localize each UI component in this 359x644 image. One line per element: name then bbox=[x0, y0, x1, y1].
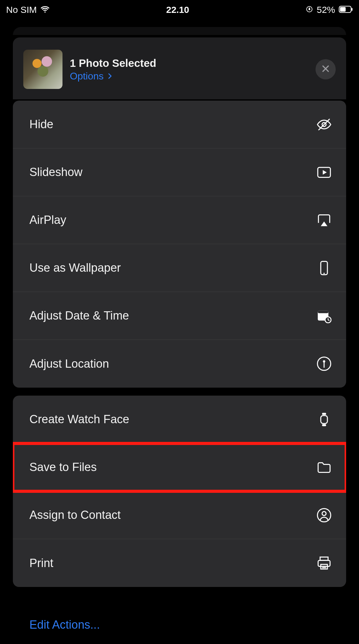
battery-pct: 52% bbox=[317, 5, 335, 15]
svg-rect-24 bbox=[322, 424, 326, 426]
svg-point-26 bbox=[322, 512, 326, 516]
row-label: Assign to Contact bbox=[29, 508, 121, 522]
status-bar: No SIM 22.10 52% bbox=[0, 0, 359, 20]
row-label: Use as Wallpaper bbox=[29, 261, 121, 274]
contact-circle-icon bbox=[316, 507, 333, 524]
row-label: AirPlay bbox=[29, 213, 66, 227]
watch-icon bbox=[316, 411, 333, 428]
row-label: Print bbox=[29, 557, 53, 570]
selection-title: 1 Photo Selected bbox=[70, 57, 308, 69]
action-adjust-date-time[interactable]: Adjust Date & Time bbox=[13, 292, 346, 340]
svg-point-20 bbox=[323, 360, 325, 363]
photo-thumbnail[interactable] bbox=[23, 50, 62, 89]
close-icon bbox=[321, 64, 330, 75]
sim-status: No SIM bbox=[6, 5, 37, 15]
action-assign-to-contact[interactable]: Assign to Contact bbox=[13, 491, 346, 539]
close-button[interactable] bbox=[316, 59, 336, 79]
action-slideshow[interactable]: Slideshow bbox=[13, 148, 346, 196]
options-label: Options bbox=[70, 71, 104, 82]
play-rect-icon bbox=[316, 164, 333, 181]
action-adjust-location[interactable]: Adjust Location bbox=[13, 340, 346, 388]
svg-rect-23 bbox=[322, 413, 326, 415]
edit-actions-link[interactable]: Edit Actions... bbox=[13, 607, 116, 642]
airplay-icon bbox=[316, 212, 333, 229]
svg-rect-22 bbox=[321, 416, 327, 424]
chevron-right-icon bbox=[107, 71, 113, 82]
folder-icon bbox=[316, 459, 333, 476]
action-group-1: Hide Slideshow AirPlay Use as Wallpaper … bbox=[13, 101, 346, 388]
header-text: 1 Photo Selected Options bbox=[70, 57, 308, 82]
sheet-header: 1 Photo Selected Options bbox=[13, 37, 346, 99]
svg-rect-2 bbox=[340, 7, 346, 12]
action-print[interactable]: Print bbox=[13, 539, 346, 587]
sheet-card: 1 Photo Selected Options bbox=[13, 37, 346, 99]
battery-icon bbox=[339, 5, 353, 15]
svg-marker-10 bbox=[321, 221, 327, 226]
action-group-2: Create Watch Face Save to Files Assign t… bbox=[13, 396, 346, 587]
row-label: Hide bbox=[29, 118, 53, 131]
status-time: 22.10 bbox=[166, 5, 189, 15]
calendar-clock-icon bbox=[316, 307, 333, 324]
row-label: Save to Files bbox=[29, 461, 97, 474]
action-create-watch-face[interactable]: Create Watch Face bbox=[13, 396, 346, 443]
phone-icon bbox=[316, 259, 333, 277]
sheet-background-peek bbox=[13, 27, 346, 35]
action-airplay[interactable]: AirPlay bbox=[13, 196, 346, 244]
svg-marker-9 bbox=[323, 170, 327, 174]
svg-rect-28 bbox=[318, 560, 330, 566]
wifi-icon bbox=[40, 4, 50, 16]
printer-icon bbox=[316, 554, 333, 572]
row-label: Adjust Date & Time bbox=[29, 309, 129, 322]
row-label: Adjust Location bbox=[29, 357, 109, 370]
svg-rect-14 bbox=[318, 310, 328, 313]
row-label: Create Watch Face bbox=[29, 413, 129, 426]
eye-slash-icon bbox=[316, 116, 333, 133]
svg-rect-11 bbox=[321, 261, 327, 274]
options-link[interactable]: Options bbox=[70, 71, 308, 82]
status-left: No SIM bbox=[6, 4, 50, 16]
orientation-lock-icon bbox=[306, 5, 313, 15]
row-label: Slideshow bbox=[29, 166, 82, 179]
svg-rect-3 bbox=[351, 8, 352, 11]
pin-circle-icon bbox=[316, 355, 333, 372]
action-hide[interactable]: Hide bbox=[13, 101, 346, 148]
action-use-as-wallpaper[interactable]: Use as Wallpaper bbox=[13, 244, 346, 292]
status-right: 52% bbox=[306, 5, 353, 15]
action-save-to-files[interactable]: Save to Files bbox=[13, 443, 346, 491]
